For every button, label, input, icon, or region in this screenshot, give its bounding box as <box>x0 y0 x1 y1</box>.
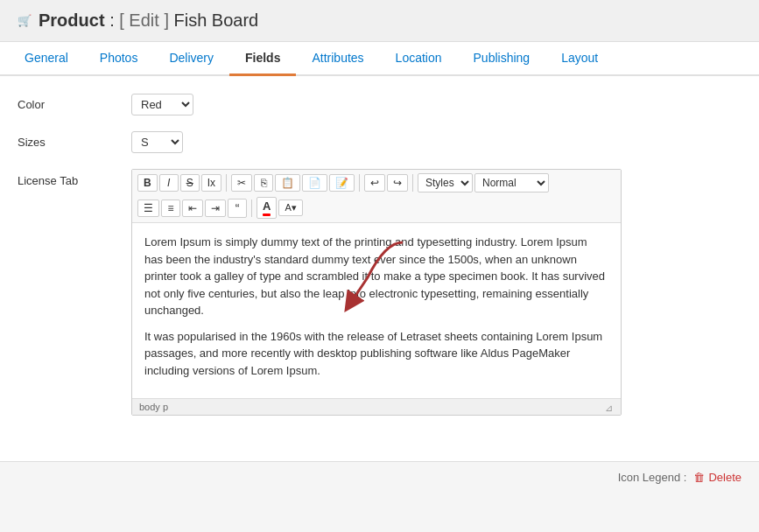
ordered-list-button[interactable]: ☰ <box>137 200 159 217</box>
product-name: Fish Board <box>174 10 259 30</box>
paste-plain-button[interactable]: 📄 <box>302 174 327 192</box>
cart-icon: 🛒 <box>18 14 32 27</box>
license-label: License Tab <box>18 169 131 187</box>
content-area: Color Red Blue Green Black White Sizes S… <box>0 76 759 461</box>
toolbar-row-2: ☰ ≡ ⇤ ⇥ “ A A▾ <box>137 197 615 219</box>
italic-button[interactable]: I <box>159 174 179 192</box>
font-color-indicator <box>263 214 271 216</box>
indent-button[interactable]: ⇥ <box>205 200 226 217</box>
font-color-button[interactable]: A <box>257 197 277 219</box>
trash-icon: 🗑 <box>693 471 705 484</box>
redo-button[interactable]: ↪ <box>387 174 408 192</box>
tab-layout[interactable]: Layout <box>545 42 614 76</box>
page-title: Product : [ Edit ] Fish Board <box>39 10 258 31</box>
editor-paragraph-1: Lorem Ipsum is simply dummy text of the … <box>144 234 608 319</box>
product-label: Product <box>39 10 105 30</box>
bold-button[interactable]: B <box>137 174 158 192</box>
edit-action: [ Edit ] <box>119 10 169 30</box>
tab-general[interactable]: General <box>9 42 84 76</box>
sizes-row: Sizes S M L XL XXL <box>18 131 741 153</box>
editor-status-text: body p <box>139 402 168 412</box>
toolbar-sep-2 <box>359 174 360 192</box>
toolbar-sep-4 <box>251 200 252 217</box>
license-row: License Tab B I S Ix ✂ ⎘ 📋 📄 📝 <box>18 169 741 416</box>
background-color-button[interactable]: A▾ <box>278 200 302 216</box>
unordered-list-button[interactable]: ≡ <box>161 200 180 217</box>
tab-delivery[interactable]: Delivery <box>153 42 229 76</box>
icon-legend-label: Icon Legend : <box>618 471 687 484</box>
subscript-button[interactable]: Ix <box>201 174 221 192</box>
delete-button[interactable]: 🗑 Delete <box>693 471 741 484</box>
cut-button[interactable]: ✂ <box>231 174 252 192</box>
copy-button[interactable]: ⎘ <box>254 174 273 192</box>
editor-paragraph-2: It was popularised in the 1960s with the… <box>144 328 608 380</box>
tabs-bar: General Photos Delivery Fields Attribute… <box>0 42 759 76</box>
color-control: Red Blue Green Black White <box>131 94 193 116</box>
sizes-select[interactable]: S M L XL XXL <box>131 131 183 153</box>
tab-publishing[interactable]: Publishing <box>458 42 546 76</box>
styles-select[interactable]: Styles <box>418 173 473 192</box>
page-header: 🛒 Product : [ Edit ] Fish Board <box>0 0 759 42</box>
delete-label: Delete <box>708 471 741 484</box>
editor-content[interactable]: Lorem Ipsum is simply dummy text of the … <box>132 223 621 398</box>
paste-word-button[interactable]: 📝 <box>329 174 355 192</box>
tab-fields[interactable]: Fields <box>229 42 296 76</box>
editor-statusbar: body p ⊿ <box>132 398 621 415</box>
paste-button[interactable]: 📋 <box>275 174 300 192</box>
strikethrough-button[interactable]: S <box>180 174 200 192</box>
toolbar-row-1: B I S Ix ✂ ⎘ 📋 📄 📝 ↩ ↪ <box>137 173 615 192</box>
color-select[interactable]: Red Blue Green Black White <box>131 94 193 116</box>
editor-toolbar: B I S Ix ✂ ⎘ 📋 📄 📝 ↩ ↪ <box>132 170 621 223</box>
rich-text-editor: B I S Ix ✂ ⎘ 📋 📄 📝 ↩ ↪ <box>131 169 622 416</box>
blockquote-button[interactable]: “ <box>228 199 247 218</box>
outdent-button[interactable]: ⇤ <box>182 200 203 217</box>
tab-location[interactable]: Location <box>380 42 458 76</box>
page-footer: Icon Legend : 🗑 Delete <box>0 461 759 493</box>
tab-attributes[interactable]: Attributes <box>296 42 379 76</box>
sizes-label: Sizes <box>18 136 131 149</box>
toolbar-sep-1 <box>226 174 227 192</box>
toolbar-sep-3 <box>412 174 413 192</box>
tab-photos[interactable]: Photos <box>84 42 154 76</box>
license-control: B I S Ix ✂ ⎘ 📋 📄 📝 ↩ ↪ <box>131 169 622 416</box>
color-label: Color <box>18 98 131 111</box>
sizes-control: S M L XL XXL <box>131 131 183 153</box>
title-separator: : <box>109 10 115 30</box>
resize-handle-icon[interactable]: ⊿ <box>605 402 614 411</box>
color-row: Color Red Blue Green Black White <box>18 94 741 116</box>
undo-button[interactable]: ↩ <box>364 174 385 192</box>
format-select[interactable]: Normal Heading 1 Heading 2 <box>474 173 549 192</box>
